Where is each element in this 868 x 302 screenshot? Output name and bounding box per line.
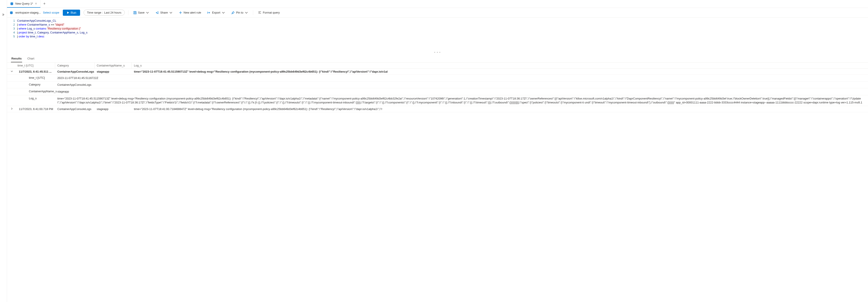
detail-value: ContainerAppConsoleLogs xyxy=(55,81,868,88)
tab-chart[interactable]: Chart xyxy=(27,55,35,62)
detail-value: stageapp xyxy=(55,88,868,95)
resize-handle[interactable]: • • • xyxy=(7,50,868,55)
table-row[interactable]: 11/7/2023, 6:41:45.511 ...ContainerAppCo… xyxy=(7,69,868,75)
results-grid: time_t [UTC] Category ContainerAppName_s… xyxy=(7,63,868,302)
pin-label: Pin to xyxy=(236,11,243,14)
toolbar: workspace-stageg... Select scope Run Tim… xyxy=(7,8,868,18)
header-category[interactable]: Category xyxy=(55,63,95,68)
tab-close-icon[interactable]: ✕ xyxy=(35,2,37,5)
detail-row: Log_stime="2023-11-07T18:41:45.511590713… xyxy=(7,95,868,106)
header-time[interactable]: time_t [UTC] xyxy=(7,63,55,68)
export-label: Export xyxy=(212,11,220,14)
chevron-down-icon xyxy=(146,11,149,14)
tab-strip: New Query 1* ✕ + xyxy=(7,0,868,8)
detail-key: Log_s xyxy=(7,95,55,106)
table-row[interactable]: 11/7/2023, 6:41:00.718 PMContainerAppCon… xyxy=(7,106,868,112)
new-alert-label: New alert rule xyxy=(184,11,201,14)
play-icon xyxy=(67,11,69,14)
workspace-icon xyxy=(10,11,13,14)
new-alert-button[interactable]: New alert rule xyxy=(178,10,203,15)
query-icon xyxy=(10,2,13,5)
query-editor[interactable]: 12345 ContainerAppConsoleLogs_CL| where … xyxy=(7,18,868,50)
line-gutter: 12345 xyxy=(7,19,17,50)
format-label: Format query xyxy=(263,11,280,14)
cell-category: ContainerAppConsoleLogs xyxy=(55,69,95,74)
collapse-row-icon[interactable] xyxy=(7,69,17,74)
cell-category: ContainerAppConsoleLogs xyxy=(55,106,95,112)
workspace-name: workspace-stageg... xyxy=(15,11,41,14)
save-button[interactable]: Save xyxy=(132,10,151,15)
cell-time: 11/7/2023, 6:41:45.511 ... xyxy=(17,69,55,74)
time-range-label: Time range : xyxy=(87,11,103,14)
share-button[interactable]: Share xyxy=(154,10,174,15)
run-label: Run xyxy=(71,11,76,14)
export-button[interactable]: Export xyxy=(206,10,226,15)
expand-row-icon[interactable] xyxy=(7,106,17,111)
query-tab[interactable]: New Query 1* ✕ xyxy=(7,0,40,8)
detail-row: CategoryContainerAppConsoleLogs xyxy=(7,81,868,88)
scope-selector[interactable]: workspace-stageg... Select scope xyxy=(10,11,59,14)
cell-log: time="2023-11-07T18:41:45.511590713Z" le… xyxy=(132,69,868,74)
tab-title: New Query 1* xyxy=(15,2,33,5)
time-range-picker[interactable]: Time range : Last 24 hours xyxy=(84,10,124,15)
cell-log: time="2023-11-07T18:41:00.718468847Z" le… xyxy=(132,106,868,112)
header-app[interactable]: ContainerAppName_s xyxy=(95,63,132,68)
detail-value: time="2023-11-07T18:41:45.511590713Z" le… xyxy=(55,95,868,106)
pin-icon xyxy=(231,11,235,14)
format-icon xyxy=(258,11,261,14)
format-query-button[interactable]: Format query xyxy=(257,10,281,15)
save-label: Save xyxy=(138,11,145,14)
sidebar-collapse[interactable] xyxy=(0,0,7,302)
results-tab-strip: Results Chart xyxy=(7,55,868,63)
cell-time: 11/7/2023, 6:41:00.718 PM xyxy=(17,106,55,112)
plus-icon xyxy=(179,11,182,14)
column-headers: time_t [UTC] Category ContainerAppName_s… xyxy=(7,63,868,69)
detail-key: ContainerAppName_s xyxy=(7,88,55,95)
detail-row: time_t [UTC]2023-11-07T18:41:45.5116722Z xyxy=(7,75,868,81)
pin-button[interactable]: Pin to xyxy=(230,10,249,15)
chevron-down-icon xyxy=(222,11,225,14)
chevron-down-icon xyxy=(169,11,173,14)
tab-results[interactable]: Results xyxy=(11,55,22,62)
new-tab-button[interactable]: + xyxy=(40,2,49,6)
detail-value: 2023-11-07T18:41:45.5116722Z xyxy=(55,75,868,81)
run-button[interactable]: Run xyxy=(63,10,80,16)
header-log[interactable]: Log_s xyxy=(132,63,868,68)
code-area[interactable]: ContainerAppConsoleLogs_CL| where Contai… xyxy=(17,19,868,50)
share-icon xyxy=(155,11,159,14)
cell-app: stageapp xyxy=(95,69,132,74)
cell-app: stageapp xyxy=(95,106,132,112)
detail-key: time_t [UTC] xyxy=(7,75,55,81)
drag-dots: • • • xyxy=(434,51,441,54)
chevron-down-icon xyxy=(245,11,248,14)
detail-row: ContainerAppName_sstageapp xyxy=(7,88,868,95)
time-range-value: Last 24 hours xyxy=(104,11,121,14)
save-icon xyxy=(133,11,137,14)
export-icon xyxy=(207,11,211,14)
select-scope-link[interactable]: Select scope xyxy=(43,11,59,14)
share-label: Share xyxy=(160,11,168,14)
detail-key: Category xyxy=(7,81,55,88)
